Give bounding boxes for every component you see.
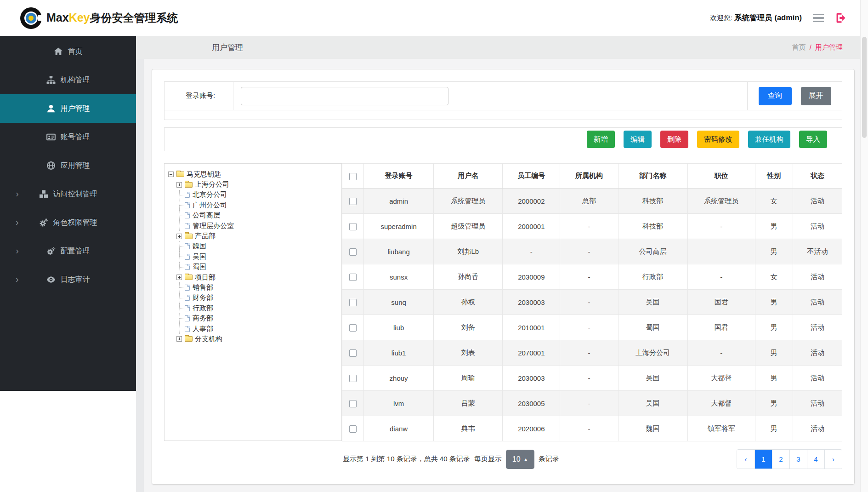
logout-icon[interactable] (835, 12, 847, 24)
table-cell: 活动 (793, 189, 842, 214)
table-cell: 吴国 (618, 290, 687, 315)
tree-node-label[interactable]: 蜀国 (193, 263, 206, 271)
pager-page-1[interactable]: 1 (755, 450, 772, 469)
expander-plus-icon[interactable] (176, 275, 182, 280)
sidebar-item-accounts[interactable]: 账号管理 (0, 123, 136, 151)
sidebar-item-config[interactable]: ›配置管理 (0, 237, 136, 265)
file-icon (185, 315, 190, 321)
row-checkbox[interactable] (349, 274, 357, 281)
sidebar-item-roles[interactable]: ›角色权限管理 (0, 208, 136, 237)
row-checkbox[interactable] (349, 324, 357, 332)
tree-connector (176, 293, 184, 303)
tree-node-label[interactable]: 人事部 (193, 325, 213, 333)
table-row[interactable]: dianw典韦2020006-魏国镇军将军男活动 (342, 416, 842, 441)
table-row[interactable]: zhouy周瑜2030003-吴国大都督男活动 (342, 366, 842, 391)
pager-prev-button[interactable]: ‹ (737, 450, 755, 469)
table-cell: 2000001 (503, 214, 560, 239)
pager-page-4[interactable]: 4 (807, 450, 824, 469)
table-cell: 不活动 (793, 239, 842, 264)
sidebar-item-org[interactable]: 机构管理 (0, 66, 136, 94)
table-cell: - (687, 214, 755, 239)
tree-node-label[interactable]: 北京分公司 (193, 190, 227, 199)
user-table: 登录账号用户名员工编号所属机构部门名称职位性别状态admin系统管理员20000… (342, 163, 842, 441)
sidebar-item-apps[interactable]: 应用管理 (0, 151, 136, 180)
row-checkbox[interactable] (349, 299, 357, 306)
table-row[interactable]: sunq孙权2030003-吴国国君男活动 (342, 290, 842, 315)
row-checkbox[interactable] (349, 349, 357, 357)
idcard-icon (46, 132, 56, 142)
sidebar-item-audit[interactable]: ›日志审计 (0, 265, 136, 294)
tree-node-label[interactable]: 上海分公司 (195, 180, 229, 189)
table-row[interactable]: superadmin超级管理员2000001-科技部-男活动 (342, 214, 842, 239)
table-cell: 2010001 (503, 315, 560, 340)
edit-button[interactable]: 编辑 (624, 131, 652, 148)
table-cell: 孙权 (434, 290, 503, 315)
menu-bars-icon[interactable] (813, 14, 824, 23)
tree-node-label[interactable]: 项目部 (195, 273, 216, 282)
expander-plus-icon[interactable] (176, 234, 182, 239)
query-button[interactable]: 查询 (759, 87, 792, 105)
row-checkbox[interactable] (349, 400, 357, 407)
search-panel: 登录账号: 查询 展开 (164, 81, 842, 120)
table-row[interactable]: lvm吕蒙2030005-吴国大都督男活动 (342, 391, 842, 416)
tree-node-label[interactable]: 产品部 (195, 232, 216, 240)
expander-plus-icon[interactable] (176, 336, 182, 342)
tree-node-label[interactable]: 销售部 (193, 283, 213, 292)
tree-node-label[interactable]: 马克思钥匙 (187, 170, 221, 179)
cogs-icon (39, 218, 48, 227)
sidebar-item-label: 应用管理 (61, 161, 90, 171)
pager-page-2[interactable]: 2 (772, 450, 789, 469)
sidebar-item-label: 首页 (68, 47, 83, 57)
tree-node-label[interactable]: 分支机构 (195, 335, 222, 343)
pager-next-button[interactable]: › (824, 450, 842, 469)
table-cell: 男 (755, 214, 793, 239)
tree-node-label[interactable]: 吴国 (193, 252, 206, 261)
row-checkbox[interactable] (349, 198, 357, 205)
tree-node-label[interactable]: 财务部 (193, 293, 213, 302)
sidebar-item-access[interactable]: ›访问控制管理 (0, 180, 136, 208)
login-account-input[interactable] (241, 87, 448, 105)
table-cell: 活动 (793, 340, 842, 366)
column-header: 登录账号 (364, 164, 434, 189)
expand-button[interactable]: 展开 (801, 87, 831, 105)
table-row[interactable]: liubang刘邦Lb--公司高层男不活动 (342, 239, 842, 264)
table-cell: 国君 (687, 315, 755, 340)
tree-node-label[interactable]: 魏国 (193, 242, 206, 251)
changepwd-button[interactable]: 密码修改 (697, 131, 739, 148)
expander-minus-icon[interactable] (168, 172, 174, 177)
adjunct-button[interactable]: 兼任机构 (748, 131, 790, 148)
pager-page-3[interactable]: 3 (789, 450, 807, 469)
tree-node-label[interactable]: 管理层办公室 (193, 222, 234, 230)
table-row[interactable]: liub刘备2010001-蜀国国君男活动 (342, 315, 842, 340)
add-button[interactable]: 新增 (587, 131, 615, 148)
table-cell: - (560, 391, 618, 416)
table-row[interactable]: liub1刘表2070001-上海分公司-男活动 (342, 340, 842, 366)
row-checkbox[interactable] (349, 425, 357, 433)
tree-node-label[interactable]: 广州分公司 (193, 201, 227, 210)
table-cell: 吴国 (618, 366, 687, 391)
tree-node-label[interactable]: 公司高层 (193, 211, 220, 220)
row-checkbox[interactable] (349, 223, 357, 230)
breadcrumb-home-link[interactable]: 首页 (792, 43, 806, 51)
delete-button[interactable]: 删除 (660, 131, 688, 148)
row-select-cell (342, 391, 364, 416)
scrollbar[interactable] (860, 0, 868, 492)
tree-connector (176, 241, 184, 252)
import-button[interactable]: 导入 (799, 131, 827, 148)
row-checkbox[interactable] (349, 375, 357, 382)
sidebar-item-users[interactable]: 用户管理 (0, 94, 136, 123)
select-all-checkbox[interactable] (349, 173, 357, 180)
app-brand: MaxKey身份安全管理系统 (0, 7, 178, 29)
expander-plus-icon[interactable] (176, 182, 182, 188)
row-select-cell (342, 239, 364, 264)
table-row[interactable]: sunsx孙尚香2030009-行政部-女活动 (342, 264, 842, 290)
page-size-select[interactable]: 10▲ (506, 450, 534, 469)
login-account-label: 登录账号: (165, 82, 233, 110)
sidebar-item-home[interactable]: 首页 (0, 37, 136, 66)
row-checkbox[interactable] (349, 248, 357, 256)
records-suffix: 条记录 (539, 455, 559, 463)
tree-node-label[interactable]: 商务部 (193, 314, 213, 323)
scrollbar-thumb[interactable] (862, 37, 867, 138)
tree-node-label[interactable]: 行政部 (193, 304, 213, 313)
table-row[interactable]: admin系统管理员2000002总部科技部系统管理员女活动 (342, 189, 842, 214)
